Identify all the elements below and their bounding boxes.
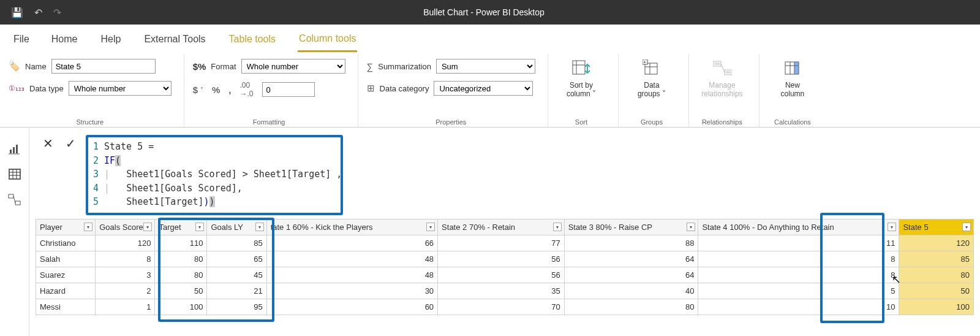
summarization-select[interactable]: Sum (436, 59, 535, 74)
table-cell[interactable]: 50 (899, 283, 974, 299)
sort-by-column-button[interactable]: Sort bycolumn ˅ (557, 59, 606, 99)
formula-commit-icon[interactable]: ✓ (63, 135, 78, 152)
column-filter-icon[interactable]: ▾ (426, 223, 435, 231)
table-cell[interactable]: 3 (96, 267, 155, 283)
column-header[interactable]: Target▾ (155, 219, 207, 235)
column-header[interactable]: State 2 70% - Retain▾ (438, 219, 565, 235)
table-cell[interactable]: 30 (266, 283, 437, 299)
formula-editor[interactable]: 1State 5 = 2IF( 3| Sheet1[Goals Scored] … (86, 135, 343, 215)
currency-icon[interactable]: $ (193, 85, 198, 95)
redo-icon[interactable]: ↷ (53, 7, 61, 18)
table-cell[interactable]: 35 (438, 283, 565, 299)
report-view-icon[interactable] (9, 143, 21, 158)
data-view-icon[interactable] (9, 169, 21, 183)
tab-column-tools[interactable]: Column tools (298, 27, 357, 52)
table-cell[interactable]: 80 (564, 299, 698, 315)
tab-table-tools[interactable]: Table tools (228, 28, 277, 51)
formula-line5: Sheet1[Target] (126, 196, 203, 207)
table-cell[interactable]: 8 (698, 251, 899, 267)
save-icon[interactable]: 💾 (11, 7, 23, 18)
table-cell[interactable]: Hazard (36, 283, 96, 299)
column-filter-icon[interactable]: ▾ (84, 223, 92, 231)
manage-relationships-button: Managerelationships (698, 59, 747, 99)
table-cell[interactable]: 8 (96, 251, 155, 267)
column-filter-icon[interactable]: ▾ (888, 223, 896, 231)
thousands-icon[interactable]: , (228, 85, 231, 95)
data-category-select[interactable]: Uncategorized (434, 81, 533, 96)
table-row[interactable]: Messi11009560708010100 (36, 299, 974, 315)
model-view-icon[interactable] (8, 194, 21, 209)
table-row[interactable]: Suarez38045485664880 (36, 267, 974, 283)
table-cell[interactable]: 100 (899, 299, 974, 315)
datatype-select[interactable]: Whole number (69, 81, 172, 96)
table-cell[interactable]: 64 (564, 251, 698, 267)
column-filter-icon[interactable]: ▾ (962, 223, 971, 231)
column-filter-icon[interactable]: ▾ (553, 223, 562, 231)
table-cell[interactable]: 110 (155, 235, 207, 251)
data-groups-button[interactable]: + Datagroups ˅ (627, 59, 676, 99)
group-formatting: $% Format Whole number $ ˅ % , .00→.0 Fo… (184, 54, 358, 127)
table-cell[interactable]: 5 (698, 283, 899, 299)
table-cell[interactable]: Salah (36, 251, 96, 267)
table-cell[interactable]: 56 (438, 251, 565, 267)
tab-home[interactable]: Home (50, 28, 79, 51)
column-header[interactable]: Goals Scored▾ (96, 219, 155, 235)
table-cell[interactable]: 80 (155, 251, 207, 267)
table-cell[interactable]: 80 (155, 267, 207, 283)
formula-cancel-icon[interactable]: ✕ (40, 135, 56, 152)
table-cell[interactable]: 100 (155, 299, 207, 315)
undo-icon[interactable]: ↶ (34, 7, 42, 18)
column-header[interactable]: State 4 100% - Do Anything to Retain▾ (698, 219, 899, 235)
column-header[interactable]: State 3 80% - Raise CP▾ (564, 219, 698, 235)
table-row[interactable]: Salah88065485664885 (36, 251, 974, 267)
table-cell[interactable]: 66 (266, 235, 437, 251)
column-filter-icon[interactable]: ▾ (255, 223, 264, 231)
column-filter-icon[interactable]: ▾ (143, 223, 152, 231)
table-row[interactable]: Hazard25021303540550 (36, 283, 974, 299)
table-cell[interactable]: 120 (96, 235, 155, 251)
tab-file[interactable]: File (13, 34, 29, 45)
table-cell[interactable]: 65 (207, 251, 266, 267)
decimals-input[interactable] (262, 82, 315, 97)
table-cell[interactable]: 8 (698, 267, 899, 283)
format-select[interactable]: Whole number (241, 59, 345, 74)
column-header[interactable]: State 5▾ (899, 219, 974, 235)
table-cell[interactable]: 1 (96, 299, 155, 315)
column-name-input[interactable] (51, 59, 156, 74)
table-cell[interactable]: Suarez (36, 267, 96, 283)
table-cell[interactable]: 64 (564, 267, 698, 283)
table-cell[interactable]: 21 (207, 283, 266, 299)
table-cell[interactable]: Messi (36, 299, 96, 315)
table-cell[interactable]: 48 (266, 267, 437, 283)
table-cell[interactable]: 50 (155, 283, 207, 299)
table-cell[interactable]: 48 (266, 251, 437, 267)
percent-icon[interactable]: % (212, 85, 220, 95)
table-cell[interactable]: 95 (207, 299, 266, 315)
column-filter-icon[interactable]: ▾ (687, 223, 695, 231)
column-header[interactable]: Player▾ (36, 219, 96, 235)
table-cell[interactable]: 60 (266, 299, 437, 315)
table-cell[interactable]: 88 (564, 235, 698, 251)
column-header[interactable]: Goals LY▾ (207, 219, 266, 235)
column-header-label: State 4 100% - Do Anything to Retain (702, 223, 834, 232)
table-cell[interactable]: 80 (899, 267, 974, 283)
table-cell[interactable]: 10 (698, 299, 899, 315)
table-cell[interactable]: Christiano (36, 235, 96, 251)
table-row[interactable]: Christiano1201108566778811120 (36, 235, 974, 251)
table-cell[interactable]: 45 (207, 267, 266, 283)
table-cell[interactable]: 56 (438, 267, 565, 283)
table-cell[interactable]: 11 (698, 235, 899, 251)
tab-help[interactable]: Help (99, 28, 122, 51)
table-cell[interactable]: 120 (899, 235, 974, 251)
table-cell[interactable]: 85 (207, 235, 266, 251)
table-cell[interactable]: 85 (899, 251, 974, 267)
new-column-button[interactable]: Newcolumn (768, 59, 817, 99)
currency-dropdown-icon[interactable]: ˅ (200, 86, 203, 93)
column-filter-icon[interactable]: ▾ (195, 223, 204, 231)
table-cell[interactable]: 70 (438, 299, 565, 315)
column-header[interactable]: tate 1 60% - Kick the Players▾ (266, 219, 437, 235)
tab-external-tools[interactable]: External Tools (143, 28, 206, 51)
table-cell[interactable]: 77 (438, 235, 565, 251)
table-cell[interactable]: 2 (96, 283, 155, 299)
table-cell[interactable]: 40 (564, 283, 698, 299)
